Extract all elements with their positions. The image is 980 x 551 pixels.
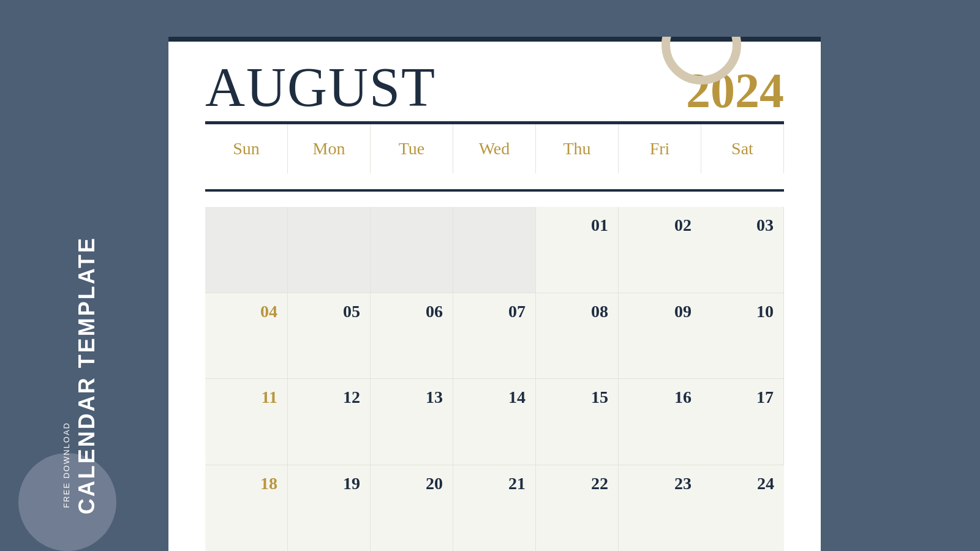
- table-row: 13: [371, 379, 453, 465]
- table-row: 12: [288, 379, 371, 465]
- table-row: [453, 207, 536, 293]
- table-row: 15: [536, 379, 619, 465]
- table-row: 09: [619, 293, 701, 380]
- table-row: 16: [619, 379, 701, 465]
- calendar-panel: AUGUST 2024 Sun Mon Tue Wed Thu Fri Sat …: [168, 37, 821, 551]
- table-row: 21: [453, 465, 536, 552]
- table-row: [371, 207, 453, 293]
- sidebar-calendar-template-label: CALENDAR TEMPLATE: [76, 236, 98, 514]
- sidebar: FREE DOWNLOAD CALENDAR TEMPLATE: [0, 0, 159, 551]
- day-header-mon: Mon: [288, 124, 371, 173]
- month-title: AUGUST: [205, 60, 436, 115]
- day-header-sun: Sun: [205, 124, 288, 173]
- day-header-wed: Wed: [453, 124, 536, 173]
- table-row: 24: [701, 465, 784, 552]
- table-row: 10: [701, 293, 784, 380]
- day-header-tue: Tue: [371, 124, 453, 173]
- table-row: 02: [619, 207, 701, 293]
- table-row: 20: [371, 465, 453, 552]
- header-area: AUGUST 2024: [168, 42, 821, 121]
- table-row: 19: [288, 465, 371, 552]
- table-row: 08: [536, 293, 619, 380]
- day-header-sat: Sat: [701, 124, 784, 173]
- table-row: 05: [288, 293, 371, 380]
- table-row: 22: [536, 465, 619, 552]
- table-row: 07: [453, 293, 536, 380]
- day-header-fri: Fri: [619, 124, 701, 173]
- table-row: 14: [453, 379, 536, 465]
- day-header-divider: [205, 189, 784, 192]
- sidebar-text-wrapper: FREE DOWNLOAD CALENDAR TEMPLATE: [62, 236, 98, 514]
- table-row: 01: [536, 207, 619, 293]
- table-row: 18: [205, 465, 288, 552]
- table-row: [205, 207, 288, 293]
- day-header-thu: Thu: [536, 124, 619, 173]
- table-row: [288, 207, 371, 293]
- table-row: 04: [205, 293, 288, 380]
- sidebar-free-download-label: FREE DOWNLOAD: [62, 422, 71, 508]
- table-row: 11: [205, 379, 288, 465]
- calendar-grid: Sun Mon Tue Wed Thu Fri Sat 01 02 03 04 …: [205, 124, 784, 551]
- table-row: 23: [619, 465, 701, 552]
- table-row: 03: [701, 207, 784, 293]
- table-row: 06: [371, 293, 453, 380]
- table-row: 17: [701, 379, 784, 465]
